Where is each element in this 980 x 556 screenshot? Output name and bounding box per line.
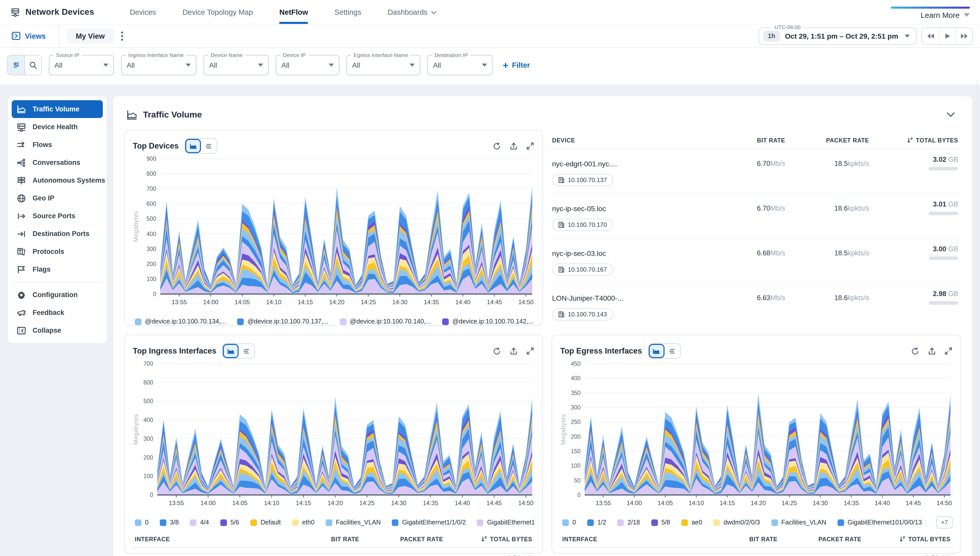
column-header-sorted[interactable]: TOTAL BYTES bbox=[443, 536, 532, 542]
learn-more-button[interactable]: Learn More bbox=[921, 11, 970, 19]
column-header[interactable]: PACKET RATE bbox=[778, 536, 862, 542]
export-icon[interactable] bbox=[509, 347, 518, 355]
legend-item[interactable]: 0 bbox=[135, 519, 149, 526]
sidebar-item-traffic-volume[interactable]: Traffic Volume bbox=[12, 100, 103, 118]
current-view-tab[interactable]: My View bbox=[67, 28, 114, 44]
sidebar-item-collapse[interactable]: Collapse bbox=[12, 322, 103, 339]
sidebar-item-protocols[interactable]: Protocols bbox=[12, 242, 103, 260]
table-row[interactable]: 03.34Mb/s9.35kpkts/s1.50 GB bbox=[559, 548, 954, 556]
legend-item[interactable]: dwdm0/2/0/3 bbox=[713, 519, 760, 526]
export-icon[interactable] bbox=[509, 142, 518, 150]
legend-item[interactable]: @device.ip:10.100.70.137,... bbox=[238, 318, 329, 325]
legend-item[interactable]: @device.ip:10.100.70.142,... bbox=[442, 318, 534, 325]
table-row[interactable]: LON-Juniper-T4000-...10.100.70.1436.63Mb… bbox=[549, 283, 961, 326]
column-header[interactable]: BIT RATE bbox=[283, 536, 359, 542]
device-ip-chip[interactable]: 10.100.70.170 bbox=[552, 219, 613, 231]
view-options-menu-icon[interactable] bbox=[121, 31, 123, 40]
add-filter-button[interactable]: + Filter bbox=[503, 60, 530, 70]
column-header[interactable]: BIT RATE bbox=[709, 137, 785, 143]
table-row[interactable]: nyc-edgrt-001.nyc....10.100.70.1376.70Mb… bbox=[549, 149, 961, 194]
sidebar-item-configuration[interactable]: Configuration bbox=[12, 286, 103, 304]
legend-item[interactable]: eth0 bbox=[292, 519, 314, 526]
tab-settings[interactable]: Settings bbox=[321, 0, 375, 24]
sidebar-item-autonomous-systems[interactable]: Autonomous Systems bbox=[12, 171, 103, 189]
list-view-button[interactable] bbox=[201, 139, 217, 153]
legend-item[interactable]: GigabitEthernet1/1/0/2 bbox=[392, 519, 466, 526]
expand-icon[interactable] bbox=[526, 347, 534, 355]
expand-icon[interactable] bbox=[526, 142, 534, 150]
column-header-sorted[interactable]: TOTAL BYTES bbox=[862, 536, 951, 542]
filter-list-button[interactable] bbox=[8, 55, 24, 75]
column-header[interactable]: INTERFACE bbox=[562, 536, 701, 542]
column-header[interactable]: PACKET RATE bbox=[785, 137, 869, 143]
time-range-picker[interactable]: UTC-06:00 1h Oct 29, 1:51 pm – Oct 29, 2… bbox=[758, 27, 916, 45]
filter-source-ip[interactable]: Source IP All bbox=[49, 55, 114, 75]
export-icon[interactable] bbox=[928, 347, 936, 355]
fast-forward-button[interactable] bbox=[956, 28, 972, 44]
legend-item[interactable]: GigabitEthernet101/0/0 bbox=[477, 519, 535, 526]
page-scrollbar[interactable] bbox=[977, 78, 977, 556]
search-button[interactable] bbox=[24, 55, 41, 75]
sidebar-item-source-ports[interactable]: Source Ports bbox=[12, 207, 103, 225]
sidebar-item-flags[interactable]: Flags bbox=[12, 260, 103, 278]
top-ingress-chart[interactable]: 010020030040050060070013:5514:0014:0514:… bbox=[132, 360, 536, 512]
sidebar-item-device-health[interactable]: Device Health bbox=[12, 118, 103, 136]
column-header[interactable]: BIT RATE bbox=[701, 536, 778, 542]
tab-devices[interactable]: Devices bbox=[116, 0, 169, 24]
legend-item[interactable]: 3/8 bbox=[160, 519, 179, 526]
table-row[interactable]: 03.34Mb/s9.35kpkts/s1.50 GB bbox=[132, 548, 535, 556]
device-ip-chip[interactable]: 10.100.70.143 bbox=[552, 308, 613, 320]
play-button[interactable] bbox=[939, 28, 956, 44]
chart-view-button[interactable] bbox=[223, 344, 239, 358]
legend-item[interactable]: 1/2 bbox=[587, 519, 606, 526]
refresh-icon[interactable] bbox=[911, 347, 919, 355]
legend-color-chip bbox=[250, 519, 257, 526]
legend-item[interactable]: ae0 bbox=[681, 519, 702, 526]
column-header[interactable]: INTERFACE bbox=[135, 536, 283, 542]
tab-dashboards[interactable]: Dashboards bbox=[375, 0, 450, 24]
refresh-icon[interactable] bbox=[493, 347, 501, 355]
column-header-sorted[interactable]: TOTAL BYTES bbox=[869, 137, 958, 144]
table-row[interactable]: nyc-ip-sec-03.loc10.100.70.1676.68Mb/s18… bbox=[549, 239, 961, 283]
legend-item[interactable]: 0 bbox=[562, 519, 576, 526]
filter-egress-interface-name[interactable]: Egress Interface Name All bbox=[346, 55, 420, 75]
sidebar-item-flows[interactable]: Flows bbox=[12, 136, 103, 154]
sidebar-item-destination-ports[interactable]: Destination Ports bbox=[12, 225, 103, 242]
legend-item[interactable]: GigabitEthernet101/0/0/13 bbox=[838, 519, 922, 526]
tab-device-topology-map[interactable]: Device Topology Map bbox=[169, 0, 266, 24]
tab-netflow[interactable]: NetFlow bbox=[266, 0, 321, 24]
column-header[interactable]: DEVICE bbox=[552, 137, 709, 143]
table-row[interactable]: nyc-ip-sec-05.loc10.100.70.1706.70Mb/s18… bbox=[549, 194, 961, 239]
filter-device-ip[interactable]: Device IP All bbox=[276, 55, 340, 75]
legend-item[interactable]: 5/8 bbox=[651, 519, 670, 526]
sidebar-item-feedback[interactable]: Feedback bbox=[12, 304, 103, 322]
legend-item[interactable]: Default bbox=[250, 519, 281, 526]
device-ip-chip[interactable]: 10.100.70.137 bbox=[552, 174, 613, 186]
legend-item[interactable]: 2/18 bbox=[618, 519, 640, 526]
chart-view-button[interactable] bbox=[185, 139, 201, 153]
expand-icon[interactable] bbox=[944, 347, 953, 355]
refresh-icon[interactable] bbox=[493, 142, 501, 150]
rewind-button[interactable] bbox=[922, 28, 939, 44]
legend-item[interactable]: Facilities_VLAN bbox=[326, 519, 381, 526]
filter-destination-ip[interactable]: Destination IP All bbox=[427, 55, 493, 75]
filter-ingress-interface-name[interactable]: Ingress Interface Name All bbox=[121, 55, 196, 75]
sidebar-item-conversations[interactable]: Conversations bbox=[12, 154, 103, 171]
legend-item[interactable]: 4/4 bbox=[190, 519, 209, 526]
legend-item[interactable]: @device.ip:10.100.70.134,... bbox=[135, 318, 226, 325]
device-ip-chip[interactable]: 10.100.70.167 bbox=[552, 263, 613, 276]
legend-more-button[interactable]: +7 bbox=[936, 516, 953, 529]
filter-device-name[interactable]: Device Name All bbox=[204, 55, 268, 75]
chart-view-button[interactable] bbox=[649, 344, 665, 358]
legend-item[interactable]: @device.ip:10.100.70.140,... bbox=[340, 318, 431, 325]
sidebar-item-geo-ip[interactable]: Geo IP bbox=[12, 189, 103, 207]
top-devices-chart[interactable]: 010020030040050060070080090013:5514:0014… bbox=[132, 155, 536, 311]
top-egress-chart[interactable]: 05010015020025030035040045013:5514:0014:… bbox=[559, 360, 954, 512]
legend-item[interactable]: 5/6 bbox=[220, 519, 239, 526]
list-view-button[interactable] bbox=[665, 344, 680, 358]
list-view-button[interactable] bbox=[239, 344, 254, 358]
views-button[interactable]: Views bbox=[7, 31, 50, 41]
column-header[interactable]: PACKET RATE bbox=[359, 536, 443, 542]
legend-item[interactable]: Facilities_VLAN bbox=[771, 519, 826, 526]
collapse-section-chevron-icon[interactable] bbox=[942, 108, 959, 121]
